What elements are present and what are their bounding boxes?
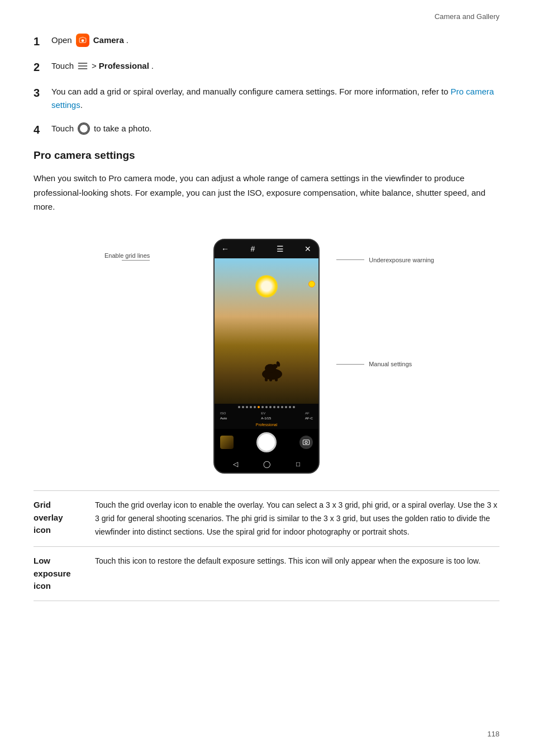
annotation-right-block: Underexposure warning Manual settings — [336, 256, 434, 414]
step-1-content: Open Camera. — [51, 34, 129, 47]
right-connector-2 — [336, 364, 364, 365]
shutter-button[interactable] — [256, 432, 277, 452]
camera-diagram: Enable grid lines ← # ☰ ✕ — [34, 228, 499, 474]
manual-settings-annotation: Manual settings — [336, 360, 434, 369]
dot-12 — [281, 406, 283, 408]
dot-15 — [293, 406, 295, 408]
table-row-grid-overlay: Grid overlay icon Touch the grid overlay… — [34, 491, 499, 547]
page-number: 118 — [487, 729, 499, 740]
underexposure-warning-label: Underexposure warning — [369, 256, 434, 265]
svg-point-0 — [81, 39, 84, 42]
shutter-button-icon — [78, 122, 90, 135]
close-icon: ✕ — [303, 243, 313, 255]
svg-point-12 — [305, 441, 307, 443]
dot-1 — [238, 406, 240, 408]
step-3-suffix: . — [80, 100, 83, 110]
hamburger-icon: ☰ — [275, 243, 285, 255]
dot-8 — [265, 406, 268, 408]
phone-toolbar: ← # ☰ ✕ — [215, 240, 318, 258]
af-label: AFAF-C — [305, 411, 313, 421]
header-title: Camera and Gallery — [435, 11, 499, 22]
step-2-bold-text: Professional — [99, 59, 149, 73]
step-4-text-after: to take a photo. — [94, 122, 151, 135]
svg-rect-8 — [265, 377, 268, 381]
switch-camera-icon — [299, 436, 313, 449]
step-4-content: Touch to take a photo. — [51, 122, 151, 135]
gallery-thumbnail — [220, 436, 234, 449]
step-list: 1 Open Camera. 2 Touch > — [34, 34, 499, 138]
step-3-text: You can add a grid or spiral overlay, an… — [51, 87, 448, 96]
manual-settings-label: Manual settings — [369, 360, 412, 369]
dog-silhouette — [258, 356, 286, 381]
camera-bottom-bar: ISOAuto EVA-1/15 AFAF-C Professional — [215, 404, 318, 429]
home-nav-icon: ◯ — [263, 459, 270, 469]
step-3: 3 You can add a grid or spiral overlay, … — [34, 85, 499, 112]
svg-rect-11 — [303, 440, 309, 445]
step-3-content: You can add a grid or spiral overlay, an… — [51, 85, 499, 112]
table-row-low-exposure: Low exposure icon Touch this icon to res… — [34, 547, 499, 601]
annotation-left-block: Enable grid lines — [104, 251, 150, 261]
step-4-number: 4 — [34, 122, 45, 138]
ev-label: EVA-1/15 — [261, 411, 271, 421]
grid-overlay-term: Grid overlay icon — [34, 499, 84, 538]
menu-icon — [78, 62, 88, 70]
pro-section-desc: When you switch to Pro camera mode, you … — [34, 171, 499, 214]
dot-14 — [289, 406, 291, 408]
phone-nav-bar: ◁ ◯ □ — [215, 456, 318, 472]
iso-label: ISOAuto — [220, 411, 227, 421]
back-nav-icon: ◁ — [233, 459, 238, 469]
settings-table: Grid overlay icon Touch the grid overlay… — [34, 490, 499, 601]
step-2: 2 Touch > Professional. — [34, 59, 499, 75]
step-3-number: 3 — [34, 85, 45, 101]
step-1: 1 Open Camera. — [34, 34, 499, 49]
phone-screen: ← # ☰ ✕ — [215, 240, 318, 473]
step-2-content: Touch > Professional. — [51, 59, 154, 73]
step-1-suffix: . — [126, 34, 129, 47]
dot-13 — [285, 406, 287, 408]
step-4: 4 Touch to take a photo. — [34, 122, 499, 138]
step-2-suffix: . — [151, 59, 154, 73]
step-1-text-before: Open — [51, 34, 72, 47]
underexposure-indicator — [308, 281, 315, 287]
low-exposure-term: Low exposure icon — [34, 555, 84, 593]
dot-10 — [273, 406, 275, 408]
left-connector-line — [122, 260, 150, 261]
step-2-text-before: Touch — [51, 59, 74, 73]
step-1-bold-text: Camera — [93, 34, 124, 47]
back-arrow-icon: ← — [220, 243, 230, 255]
step-4-text-before: Touch — [51, 122, 74, 135]
low-exposure-def: Touch this icon to restore the default e… — [95, 555, 499, 593]
dot-2 — [242, 406, 244, 408]
sun-glow — [255, 275, 278, 297]
step-1-number: 1 — [34, 34, 45, 49]
camera-app-icon — [76, 34, 89, 47]
grid-icon: # — [248, 243, 258, 255]
dot-11 — [277, 406, 279, 408]
pro-mode-label: Professional — [218, 422, 315, 428]
step-2-arrow: > — [92, 59, 97, 73]
dot-5 — [254, 406, 256, 408]
grid-overlay-def: Touch the grid overlay icon to enable th… — [95, 499, 499, 538]
dot-3 — [246, 406, 248, 408]
camera-controls-row — [215, 429, 318, 456]
enable-grid-lines-label: Enable grid lines — [104, 251, 150, 261]
phone-mockup: ← # ☰ ✕ — [213, 239, 320, 474]
manual-settings-row: ISOAuto EVA-1/15 AFAF-C — [218, 410, 315, 422]
page-header: Camera and Gallery — [34, 11, 499, 22]
diagram-outer: Enable grid lines ← # ☰ ✕ — [99, 228, 434, 474]
underexposure-annotation: Underexposure warning — [336, 256, 434, 265]
right-connector-1 — [336, 259, 364, 260]
pro-section-title: Pro camera settings — [34, 148, 499, 164]
step-2-number: 2 — [34, 59, 45, 75]
recents-nav-icon: □ — [296, 459, 300, 469]
svg-rect-9 — [269, 377, 272, 381]
mode-slider-dots — [218, 406, 315, 408]
camera-viewfinder — [215, 258, 318, 404]
dot-4 — [250, 406, 252, 408]
dot-active — [258, 406, 260, 408]
dot-7 — [261, 406, 264, 408]
svg-rect-10 — [275, 377, 278, 381]
dot-9 — [269, 406, 272, 408]
